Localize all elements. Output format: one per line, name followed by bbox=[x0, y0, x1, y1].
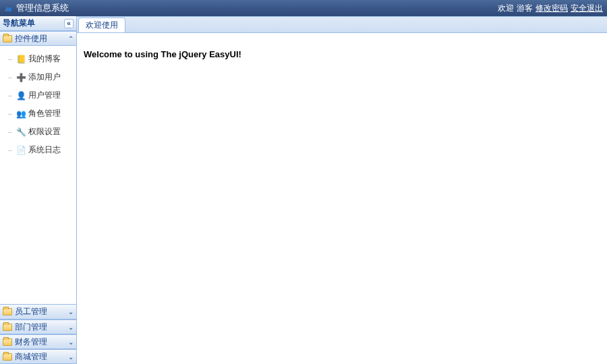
folder-icon bbox=[3, 353, 12, 361]
sidebar-item-syslog[interactable]: – 📄 系统日志 bbox=[5, 141, 76, 159]
accordion-body-controls: – 📒 我的博客 – ➕ 添加用户 – 👤 用户管理 – 👥 角色管理 – bbox=[0, 46, 76, 304]
sidebar: 导航菜单 « 控件使用 ⌃ – 📒 我的博客 – ➕ 添加用户 – bbox=[0, 16, 77, 364]
log-icon: 📄 bbox=[16, 146, 26, 155]
chevron-down-icon: ⌄ bbox=[68, 338, 74, 346]
accordion-header-mall[interactable]: 商城管理 ⌄ bbox=[0, 349, 76, 364]
logout-link[interactable]: 安全退出 bbox=[571, 3, 603, 14]
folder-icon bbox=[3, 338, 12, 346]
header-right: 欢迎 游客 修改密码 安全退出 bbox=[498, 3, 603, 14]
accordion-label: 财务管理 bbox=[15, 336, 47, 348]
user-icon: 👤 bbox=[16, 91, 26, 100]
sidebar-item-permissions[interactable]: – 🔧 权限设置 bbox=[5, 123, 76, 141]
welcome-text: Welcome to using The jQuery EasyUI! bbox=[84, 49, 241, 59]
sidebar-collapse-button[interactable]: « bbox=[64, 19, 74, 28]
chevron-down-icon: ⌄ bbox=[68, 353, 74, 361]
accordion-label: 控件使用 bbox=[15, 33, 47, 44]
folder-icon bbox=[3, 324, 12, 331]
folder-icon bbox=[3, 35, 12, 42]
app-title-wrap: 管理信息系统 bbox=[4, 2, 69, 14]
sidebar-item-user-mgmt[interactable]: – 👤 用户管理 bbox=[5, 86, 76, 104]
perm-icon: 🔧 bbox=[16, 127, 26, 137]
sidebar-item-label: 添加用户 bbox=[28, 71, 61, 83]
change-password-link[interactable]: 修改密码 bbox=[536, 3, 568, 14]
tab-bar: 欢迎使用 bbox=[77, 17, 607, 33]
blog-icon: 📒 bbox=[16, 55, 26, 64]
sidebar-item-label: 用户管理 bbox=[28, 90, 61, 101]
sidebar-item-label: 系统日志 bbox=[28, 144, 61, 156]
chevron-down-icon: ⌄ bbox=[68, 308, 74, 315]
add-user-icon: ➕ bbox=[16, 73, 26, 82]
accordion-footer: 员工管理 ⌄ 部门管理 ⌄ 财务管理 ⌄ bbox=[0, 304, 76, 364]
accordion-header-controls[interactable]: 控件使用 ⌃ bbox=[0, 31, 76, 46]
sidebar-item-role-mgmt[interactable]: – 👥 角色管理 bbox=[5, 104, 76, 123]
sidebar-item-blog[interactable]: – 📒 我的博客 bbox=[5, 50, 76, 68]
accordion-header-finance[interactable]: 财务管理 ⌄ bbox=[0, 334, 76, 349]
sidebar-header: 导航菜单 « bbox=[0, 16, 76, 31]
current-user: 游客 bbox=[517, 3, 533, 14]
accordion-label: 商城管理 bbox=[15, 351, 47, 363]
tab-label: 欢迎使用 bbox=[86, 20, 118, 31]
accordion-header-staff[interactable]: 员工管理 ⌄ bbox=[0, 305, 76, 320]
app-logo-icon bbox=[4, 3, 13, 13]
accordion-label: 部门管理 bbox=[15, 322, 47, 333]
tab-welcome[interactable]: 欢迎使用 bbox=[78, 18, 125, 32]
sidebar-item-add-user[interactable]: – ➕ 添加用户 bbox=[5, 68, 76, 86]
sidebar-item-label: 权限设置 bbox=[28, 126, 61, 138]
main-area: 欢迎使用 Welcome to using The jQuery EasyUI! bbox=[77, 16, 607, 364]
sidebar-item-label: 我的博客 bbox=[28, 53, 61, 65]
app-title: 管理信息系统 bbox=[16, 2, 69, 14]
folder-icon bbox=[3, 308, 12, 315]
app-header: 管理信息系统 欢迎 游客 修改密码 安全退出 bbox=[0, 0, 607, 16]
sidebar-title: 导航菜单 bbox=[3, 18, 35, 29]
sidebar-item-label: 角色管理 bbox=[28, 108, 61, 119]
welcome-prefix: 欢迎 bbox=[498, 3, 514, 14]
accordion-label: 员工管理 bbox=[15, 306, 47, 317]
role-icon: 👥 bbox=[16, 109, 26, 119]
chevron-down-icon: ⌄ bbox=[68, 324, 74, 331]
chevron-up-icon: ⌃ bbox=[68, 35, 74, 42]
accordion-header-dept[interactable]: 部门管理 ⌄ bbox=[0, 320, 76, 334]
content-area: Welcome to using The jQuery EasyUI! bbox=[77, 33, 607, 364]
